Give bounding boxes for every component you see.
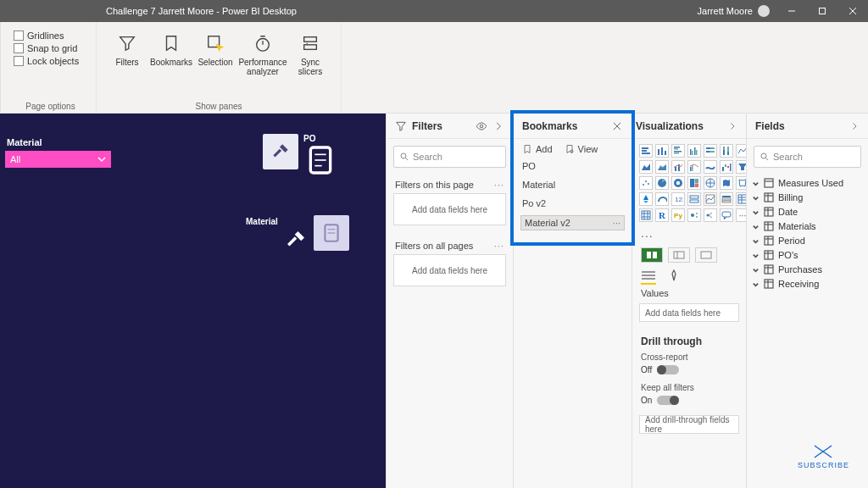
keep-filters-toggle[interactable]: On (632, 394, 746, 412)
viz-key-influencers[interactable] (687, 208, 701, 222)
viz-kpi[interactable] (704, 192, 717, 206)
viz-stacked-column[interactable] (655, 144, 669, 158)
viz-area[interactable] (639, 160, 653, 174)
eye-icon[interactable] (476, 120, 487, 132)
viz-100-stacked-bar[interactable] (704, 144, 717, 158)
viz-decomposition[interactable] (704, 208, 717, 222)
format-tab-3[interactable] (695, 247, 717, 263)
viz-filled-map[interactable] (720, 176, 733, 190)
performance-analyzer-button[interactable]: Performance analyzer (237, 27, 288, 76)
format-tab[interactable] (666, 269, 682, 285)
viz-card[interactable]: 123 (671, 192, 685, 206)
chevron-right-icon[interactable] (727, 121, 737, 131)
viz-clustered-bar[interactable] (671, 144, 685, 158)
viz-gauge[interactable] (655, 192, 669, 206)
field-table[interactable]: Materials (752, 221, 863, 231)
viz-python[interactable]: Py (671, 208, 685, 222)
viz-line-clustered-column[interactable] (687, 160, 701, 174)
viz-qa[interactable] (720, 208, 733, 222)
po-tile[interactable]: PO (263, 134, 337, 180)
visualizations-panel: Visualizations (632, 114, 746, 488)
bookmarks-pane-button[interactable]: Bookmarks (149, 27, 193, 76)
viz-map[interactable] (704, 176, 717, 190)
visualization-gallery: 123 R Py ··· (632, 139, 746, 227)
format-tab-2[interactable] (668, 247, 690, 263)
gridlines-checkbox[interactable]: Gridlines (14, 30, 87, 41)
viz-ribbon[interactable] (704, 160, 717, 174)
more-viz[interactable]: ··· (632, 227, 746, 244)
svg-rect-111 (765, 265, 773, 274)
field-table[interactable]: Measures Used (752, 178, 863, 188)
viz-100-stacked-column[interactable] (720, 144, 733, 158)
svg-rect-34 (696, 150, 698, 155)
filters-pane-button[interactable]: Filters (105, 27, 149, 76)
fields-tab[interactable] (641, 269, 656, 285)
material-tile[interactable]: Material (246, 215, 349, 256)
field-table[interactable]: Date (752, 207, 863, 217)
chevron-right-icon[interactable] (849, 121, 860, 131)
user-avatar[interactable] (758, 5, 770, 17)
filters-page-well[interactable]: Add data fields here (393, 193, 506, 225)
report-canvas[interactable]: Material All PO Material (0, 114, 386, 488)
field-table[interactable]: Receiving (752, 279, 863, 289)
svg-rect-85 (653, 252, 657, 258)
snap-to-grid-checkbox[interactable]: Snap to grid (14, 43, 87, 53)
values-well[interactable]: Add data fields here (639, 303, 739, 322)
svg-point-51 (643, 184, 644, 186)
viz-slicer[interactable] (720, 192, 733, 206)
viz-scatter[interactable] (639, 176, 653, 190)
bookmark-item[interactable]: PO (520, 159, 625, 173)
viz-donut[interactable] (671, 176, 685, 190)
viz-treemap[interactable] (687, 176, 701, 190)
fields-search-input[interactable]: Search (754, 146, 861, 168)
close-icon[interactable] (611, 120, 623, 132)
window-title: Challenge 7 Jarrett Moore - Power BI Des… (106, 6, 297, 16)
sync-slicers-button[interactable]: Sync slicers (288, 27, 332, 76)
more-icon[interactable]: ··· (613, 218, 620, 228)
format-tab-1[interactable] (641, 247, 663, 263)
cross-report-toggle[interactable]: Off (632, 363, 746, 381)
bookmark-item[interactable]: Material (520, 178, 625, 191)
field-table[interactable]: Billing (752, 192, 863, 202)
viz-stacked-bar[interactable] (639, 144, 653, 158)
svg-point-53 (648, 183, 649, 185)
bookmark-add-button[interactable]: Add (522, 144, 553, 154)
viz-matrix[interactable] (639, 208, 653, 222)
viz-line-column[interactable] (671, 160, 685, 174)
viz-waterfall[interactable] (720, 160, 733, 174)
chevron-right-icon[interactable] (492, 120, 504, 132)
minimize-button[interactable] (776, 0, 807, 22)
viz-clustered-column[interactable] (687, 144, 701, 158)
panel-title: Bookmarks (522, 120, 577, 132)
field-table[interactable]: Period (752, 236, 863, 246)
more-icon[interactable]: ··· (494, 241, 504, 251)
material-slicer[interactable]: All (5, 151, 111, 168)
svg-rect-33 (694, 147, 696, 155)
user-label[interactable]: Jarrett Moore (698, 5, 770, 17)
viz-azure-map[interactable] (639, 192, 653, 206)
filters-search-input[interactable]: Search (393, 146, 506, 168)
selection-pane-button[interactable]: Selection (193, 27, 237, 76)
close-button[interactable] (837, 0, 868, 22)
drillthrough-well[interactable]: Add drill-through fields here (639, 415, 739, 434)
hammer-icon (283, 227, 309, 256)
lock-objects-checkbox[interactable]: Lock objects (14, 56, 87, 66)
maximize-button[interactable] (807, 0, 837, 22)
viz-stacked-area[interactable] (655, 160, 669, 174)
dna-icon (811, 444, 835, 459)
svg-point-20 (570, 150, 573, 152)
field-table[interactable]: PO's (752, 250, 863, 260)
filters-all-well[interactable]: Add data fields here (393, 254, 506, 286)
hammer-icon (263, 134, 298, 169)
bookmark-view-button[interactable]: View (565, 144, 598, 154)
viz-multi-card[interactable] (687, 192, 701, 206)
svg-rect-25 (661, 147, 663, 155)
viz-pie[interactable] (655, 176, 669, 190)
bookmark-item[interactable]: Po v2 (520, 197, 625, 210)
bookmark-item-selected[interactable]: Material v2··· (520, 215, 625, 230)
slicer-title: Material (7, 137, 42, 147)
more-icon[interactable]: ··· (494, 180, 504, 190)
viz-r[interactable]: R (655, 208, 669, 222)
field-table[interactable]: Purchases (752, 264, 863, 274)
subscribe-badge[interactable]: SUBSCRIBE (798, 444, 849, 469)
